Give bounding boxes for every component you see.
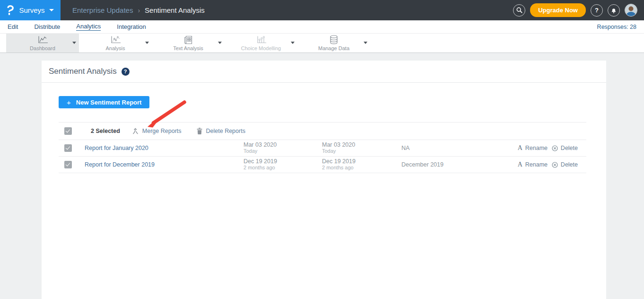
upgrade-now-button[interactable]: Upgrade Now (530, 3, 586, 17)
rename-action[interactable]: A Rename (493, 161, 548, 168)
responses-count: Responses: 28 (597, 24, 636, 30)
page-title: Sentiment Analysis (49, 67, 117, 76)
tab-distribute[interactable]: Distribute (34, 23, 60, 31)
chevron-down-icon[interactable] (291, 42, 295, 44)
search-icon (516, 7, 522, 13)
selection-bar: 2 Selected Merge Reports (59, 122, 586, 140)
analysis-scatter-icon (109, 35, 122, 44)
toolbar-item-choice-modelling[interactable]: Choice Modelling (225, 34, 297, 53)
header-actions: Upgrade Now ? (513, 3, 637, 17)
notifications-button[interactable] (608, 4, 620, 17)
report-tag: December 2019 (401, 161, 493, 168)
chevron-down-icon[interactable] (364, 42, 367, 44)
toolbar-item-label: Choice Modelling (241, 45, 281, 51)
modified-date-cell: Mar 03 2020 Today (322, 142, 401, 154)
delete-label: Delete (561, 145, 578, 151)
rename-letter-icon: A (518, 161, 522, 168)
new-sentiment-report-label: New Sentiment Report (76, 99, 142, 106)
toolbar-item-label: Dashboard (30, 45, 55, 51)
search-button[interactable] (513, 4, 525, 17)
delete-action[interactable]: Delete (548, 161, 586, 168)
chevron-down-icon (49, 9, 54, 11)
created-date: Mar 03 2020 (244, 142, 322, 148)
top-header: Surveys Enterprise Updates › Sentiment A… (0, 0, 644, 20)
sentiment-analysis-panel: Sentiment Analysis ? + New Sentiment Rep… (42, 61, 606, 299)
table-row: Report for January 2020 Mar 03 2020 Toda… (59, 140, 586, 157)
breadcrumb-current-page: Sentiment Analysis (145, 6, 205, 14)
bell-icon (610, 7, 617, 14)
analytics-toolbar: Dashboard Analysis Text Analysis (0, 34, 644, 53)
select-all-cell (59, 127, 85, 135)
created-date-relative: 2 months ago (244, 165, 322, 171)
user-avatar[interactable] (625, 4, 637, 17)
help-button[interactable]: ? (591, 4, 603, 17)
created-date: Dec 19 2019 (244, 158, 322, 165)
merge-icon (132, 128, 139, 134)
chevron-down-icon[interactable] (145, 42, 149, 44)
page-background: Sentiment Analysis ? + New Sentiment Rep… (0, 53, 644, 299)
dashboard-line-chart-icon (36, 35, 49, 44)
text-analysis-document-icon (183, 35, 193, 44)
chevron-down-icon[interactable] (72, 42, 76, 44)
toolbar-item-label: Analysis (106, 45, 125, 51)
modified-date-cell: Dec 19 2019 2 months ago (322, 158, 401, 171)
select-all-checkbox[interactable] (64, 127, 72, 135)
created-date-relative: Today (244, 148, 322, 154)
rename-label: Rename (525, 145, 548, 151)
breadcrumb-survey-link[interactable]: Enterprise Updates (72, 6, 133, 14)
rename-action[interactable]: A Rename (493, 144, 548, 152)
tab-integration[interactable]: Integration (117, 23, 146, 31)
modified-date: Dec 19 2019 (322, 158, 401, 165)
report-name-link[interactable]: Report for December 2019 (85, 161, 244, 168)
product-name: Surveys (19, 6, 44, 14)
rename-label: Rename (525, 161, 548, 168)
row-checkbox[interactable] (64, 161, 72, 168)
avatar-photo-icon (625, 4, 637, 16)
trash-icon (197, 128, 202, 134)
modified-date-relative: Today (322, 148, 401, 154)
created-date-cell: Mar 03 2020 Today (244, 142, 322, 154)
reports-table: 2 Selected Merge Reports (59, 122, 586, 173)
table-row: Report for December 2019 Dec 19 2019 2 m… (59, 157, 586, 173)
row-checkbox-cell (59, 161, 85, 168)
created-date-cell: Dec 19 2019 2 months ago (244, 158, 322, 171)
chevron-down-icon[interactable] (218, 42, 222, 44)
modified-date: Mar 03 2020 (322, 142, 401, 148)
row-checkbox[interactable] (64, 144, 72, 152)
toolbar-item-dashboard[interactable]: Dashboard (6, 34, 79, 53)
delete-action[interactable]: Delete (548, 145, 586, 151)
rename-letter-icon: A (518, 144, 522, 152)
toolbar-item-manage-data[interactable]: Manage Data (297, 34, 370, 53)
merge-reports-label: Merge Reports (142, 128, 182, 134)
delete-circle-x-icon (552, 162, 558, 168)
chevron-right-icon: › (138, 7, 140, 14)
breadcrumb: Enterprise Updates › Sentiment Analysis (72, 6, 205, 14)
merge-reports-action[interactable]: Merge Reports (132, 128, 182, 134)
survey-nav: Edit Distribute Analytics Integration Re… (0, 20, 644, 34)
toolbar-item-analysis[interactable]: Analysis (79, 34, 152, 53)
delete-reports-label: Delete Reports (206, 128, 245, 134)
row-checkbox-cell (59, 144, 85, 152)
modified-date-relative: 2 months ago (322, 165, 401, 171)
plus-icon: + (67, 98, 71, 106)
new-sentiment-report-button[interactable]: + New Sentiment Report (59, 96, 149, 108)
choice-modelling-chart-icon (255, 35, 267, 44)
tab-edit[interactable]: Edit (8, 23, 18, 31)
delete-label: Delete (561, 161, 578, 168)
toolbar-item-label: Text Analysis (173, 45, 203, 51)
report-name-link[interactable]: Report for January 2020 (85, 145, 244, 151)
panel-header: Sentiment Analysis ? (42, 61, 606, 83)
proprofs-logo-icon (7, 4, 15, 16)
toolbar-item-label: Manage Data (318, 45, 349, 51)
tab-analytics[interactable]: Analytics (76, 23, 101, 31)
database-icon (329, 35, 339, 44)
panel-body: + New Sentiment Report 2 Selected (42, 83, 606, 173)
product-switcher[interactable]: Surveys (0, 0, 61, 20)
toolbar-item-text-analysis[interactable]: Text Analysis (152, 34, 225, 53)
delete-reports-action[interactable]: Delete Reports (197, 128, 245, 134)
delete-circle-x-icon (552, 145, 558, 151)
report-tag: NA (401, 145, 493, 151)
title-help-icon[interactable]: ? (122, 68, 130, 76)
selected-count: 2 Selected (91, 128, 120, 134)
